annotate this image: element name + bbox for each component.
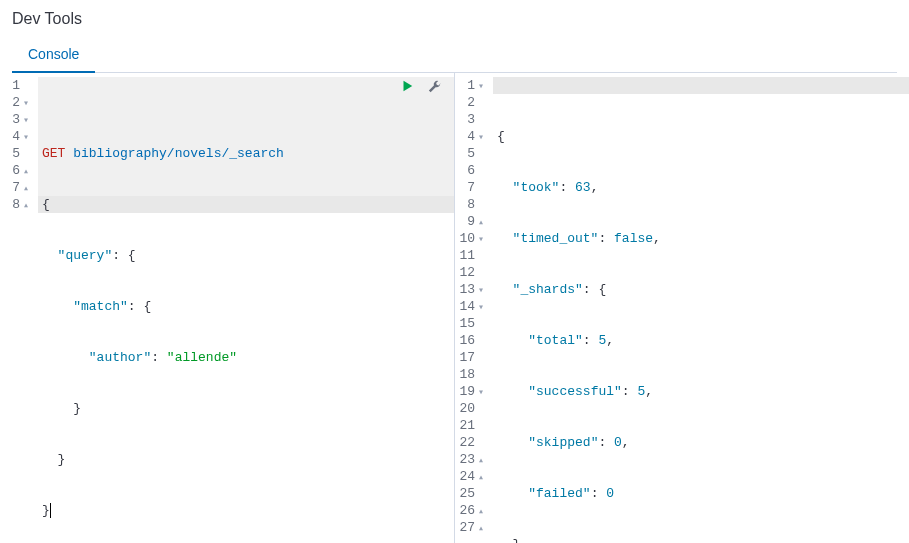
- tabs: Console: [12, 36, 897, 73]
- fold-icon[interactable]: ▾: [477, 384, 485, 401]
- fold-icon[interactable]: ▴: [477, 214, 485, 231]
- response-viewer[interactable]: { "took": 63, "timed_out": false, "_shar…: [493, 73, 909, 543]
- wrench-icon[interactable]: [426, 77, 444, 95]
- response-pane: 1▾ 2 3 4▾ 5 6 7 8 9▴ 10▾ 11 12 13▾ 14▾ 1…: [455, 73, 909, 543]
- fold-icon[interactable]: ▾: [477, 129, 485, 146]
- fold-icon[interactable]: ▴: [477, 520, 485, 537]
- fold-icon[interactable]: ▾: [477, 282, 485, 299]
- fold-icon[interactable]: ▾: [22, 112, 30, 129]
- request-pane: 1 2▾ 3▾ 4▾ 5 6▴ 7▴ 8▴ GET bibliography/n…: [0, 73, 454, 543]
- fold-icon[interactable]: ▴: [22, 163, 30, 180]
- request-path: bibliography/novels/_search: [73, 146, 284, 161]
- request-editor[interactable]: GET bibliography/novels/_search { "query…: [38, 73, 454, 543]
- fold-icon[interactable]: ▾: [477, 78, 485, 95]
- fold-icon[interactable]: ▴: [477, 469, 485, 486]
- fold-icon[interactable]: ▾: [22, 129, 30, 146]
- response-gutter: 1▾ 2 3 4▾ 5 6 7 8 9▴ 10▾ 11 12 13▾ 14▾ 1…: [455, 73, 493, 543]
- fold-icon[interactable]: ▾: [477, 231, 485, 248]
- fold-icon[interactable]: ▴: [477, 452, 485, 469]
- tab-console[interactable]: Console: [12, 36, 95, 72]
- page-title: Dev Tools: [12, 10, 897, 28]
- request-gutter: 1 2▾ 3▾ 4▾ 5 6▴ 7▴ 8▴: [0, 73, 38, 543]
- fold-icon[interactable]: ▾: [22, 95, 30, 112]
- fold-icon[interactable]: ▾: [477, 299, 485, 316]
- fold-icon[interactable]: ▴: [477, 503, 485, 520]
- fold-icon[interactable]: ▴: [22, 180, 30, 197]
- play-icon[interactable]: [398, 77, 416, 95]
- fold-icon[interactable]: ▴: [22, 197, 30, 214]
- http-method: GET: [42, 146, 65, 161]
- text-cursor: [50, 503, 51, 518]
- request-toolbar: [398, 77, 444, 95]
